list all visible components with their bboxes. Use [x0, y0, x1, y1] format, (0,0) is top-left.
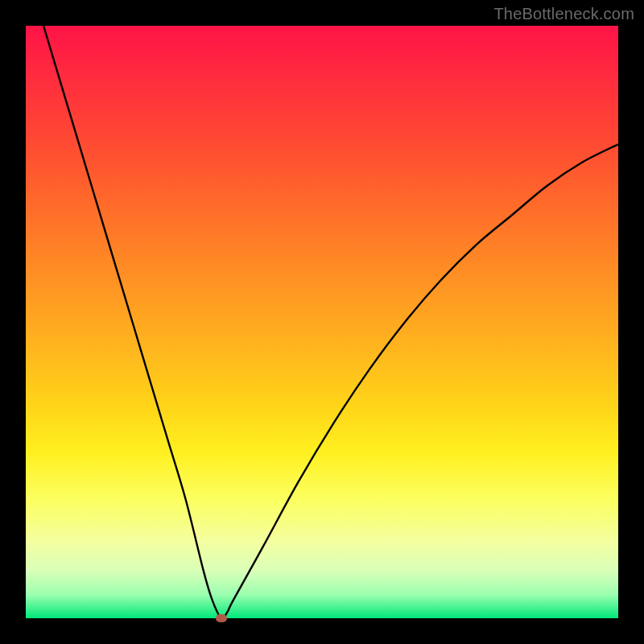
plot-area — [26, 26, 618, 618]
bottleneck-curve — [43, 26, 618, 618]
watermark-text: TheBottleneck.com — [493, 5, 634, 23]
curve-svg — [26, 26, 618, 618]
optimum-marker — [216, 614, 227, 622]
chart-frame: TheBottleneck.com — [0, 0, 644, 644]
